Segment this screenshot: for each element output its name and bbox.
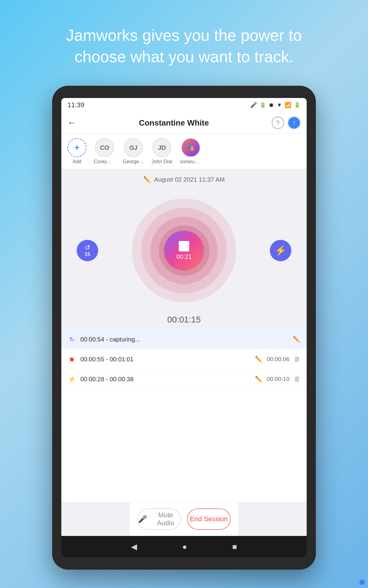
log-item-2[interactable]: ⚡ 00:00:28 - 00:00:38 ✏️ 00:00:10 🗑 (61, 369, 307, 389)
stop-button[interactable]: 00:21 (164, 231, 204, 270)
help-button[interactable]: ? (272, 117, 284, 129)
status-icons: 🎤 🔋 ⏺ ▼ 📶 🔋 (250, 102, 301, 108)
jd-avatar: JD (152, 138, 171, 157)
tagline-line2: choose what you want to track. (75, 48, 293, 66)
log-actions-2: ✏️ 00:00:10 🗑 (255, 375, 301, 383)
stop-icon (179, 241, 189, 251)
log-text-1: 00:00:55 - 00:01:01 (80, 356, 251, 363)
participant-gj[interactable]: GJ George Jo... (123, 138, 144, 164)
log-item-0[interactable]: ↻ 00:00:54 - capturing... ✏️ (61, 330, 307, 349)
app-bar-actions: ? ↑ (272, 116, 301, 129)
signal-icon: 📶 (285, 102, 291, 108)
tagline-line1: Jamworks gives you the power to (66, 26, 302, 44)
co-avatar: CO (95, 138, 114, 157)
end-session-button[interactable]: End Session (187, 508, 231, 530)
participants-bar: + Add CO CoreyMsc... GJ George Jo... (61, 134, 307, 170)
nav-home-button[interactable]: ● (182, 542, 187, 552)
bottom-actions: 🎤 Mute Audio End Session (130, 502, 238, 536)
pencil-icon: ✏️ (143, 176, 151, 183)
wifi-icon: ▼ (277, 102, 282, 108)
tablet-device: 11:39 🎤 🔋 ⏺ ▼ 📶 🔋 ← Constantine White ? … (52, 86, 316, 570)
app-bar: ← Constantine White ? ↑ (61, 112, 307, 134)
su-avatar: 🎭 (181, 138, 200, 157)
rewind-button[interactable]: ↺ 15 (77, 240, 98, 261)
log-delete-1[interactable]: 🗑 (294, 355, 301, 363)
rewind-icon: ↺ (85, 244, 90, 252)
co-label: CoreyMsc... (94, 159, 115, 164)
log-list: ↻ 00:00:54 - capturing... ✏️ ⏺ 00:00:55 … (61, 330, 307, 502)
log-item-1[interactable]: ⏺ 00:00:55 - 00:01:01 ✏️ 00:00:06 🗑 (61, 349, 307, 369)
mic-icon: 🎤 (250, 102, 257, 108)
log-duration-1: 00:00:06 (267, 356, 289, 363)
record-timer: 00:21 (176, 253, 192, 260)
status-time: 11:39 (67, 101, 84, 109)
log-edit-1[interactable]: ✏️ (255, 356, 263, 363)
participant-co[interactable]: CO CoreyMsc... (94, 138, 115, 164)
flash-button[interactable]: ⚡ (270, 240, 291, 261)
upload-icon: ↑ (293, 119, 296, 127)
flash-icon: ⚡ (274, 245, 287, 256)
mute-audio-label: Mute Audio (151, 511, 180, 527)
log-text-0: 00:00:54 - capturing... (80, 336, 289, 343)
log-edit-0[interactable]: ✏️ (293, 336, 301, 343)
gj-avatar: GJ (124, 138, 143, 157)
mute-audio-button[interactable]: 🎤 Mute Audio (137, 508, 181, 530)
log-icon-flash: ⚡ (67, 375, 76, 383)
upload-button[interactable]: ↑ (288, 116, 301, 129)
su-label: someusert... (180, 159, 201, 164)
page-title: Constantine White (76, 118, 272, 128)
add-avatar: + (67, 138, 86, 157)
gj-label: George Jo... (123, 159, 144, 164)
nav-recents-button[interactable]: ■ (232, 542, 237, 552)
mic-icon: 🎤 (138, 515, 147, 523)
log-actions-1: ✏️ 00:00:06 🗑 (255, 355, 301, 363)
battery-icon: 🔋 (259, 102, 266, 108)
tablet-screen: 11:39 🎤 🔋 ⏺ ▼ 📶 🔋 ← Constantine White ? … (61, 98, 307, 557)
participant-add[interactable]: + Add (67, 138, 86, 164)
status-bar: 11:39 🎤 🔋 ⏺ ▼ 📶 🔋 (61, 98, 307, 112)
battery-full-icon: 🔋 (294, 102, 301, 108)
log-icon-record: ⏺ (67, 355, 76, 364)
jd-label: John Doe (151, 159, 173, 164)
participant-jd[interactable]: JD John Doe (151, 138, 173, 164)
recording-area: ↺ 15 00:21 ⚡ (61, 192, 307, 309)
end-session-label: End Session (190, 515, 228, 523)
tagline: Jamworks gives you the power to choose w… (42, 24, 327, 67)
log-icon-refresh: ↻ (67, 335, 76, 344)
participant-add-label: Add (73, 159, 81, 164)
back-button[interactable]: ← (67, 118, 76, 128)
log-text-2: 00:00:28 - 00:00:38 (80, 376, 251, 383)
nav-bar: ◀ ● ■ (61, 536, 307, 557)
log-delete-2[interactable]: 🗑 (294, 375, 301, 383)
date-text: August 02 2021 11:37 AM (154, 176, 224, 183)
log-edit-2[interactable]: ✏️ (255, 375, 263, 383)
date-stamp: ✏️ August 02 2021 11:37 AM (143, 176, 224, 183)
main-content: ✏️ August 02 2021 11:37 AM ↺ 15 (61, 170, 307, 536)
log-duration-2: 00:00:10 (267, 376, 289, 383)
screen-record-icon: ⏺ (269, 102, 274, 108)
participant-su[interactable]: 🎭 someusert... (180, 138, 201, 164)
session-timer: 00:01:15 (167, 315, 201, 325)
nav-back-button[interactable]: ◀ (131, 542, 137, 552)
rewind-label: 15 (85, 252, 90, 257)
